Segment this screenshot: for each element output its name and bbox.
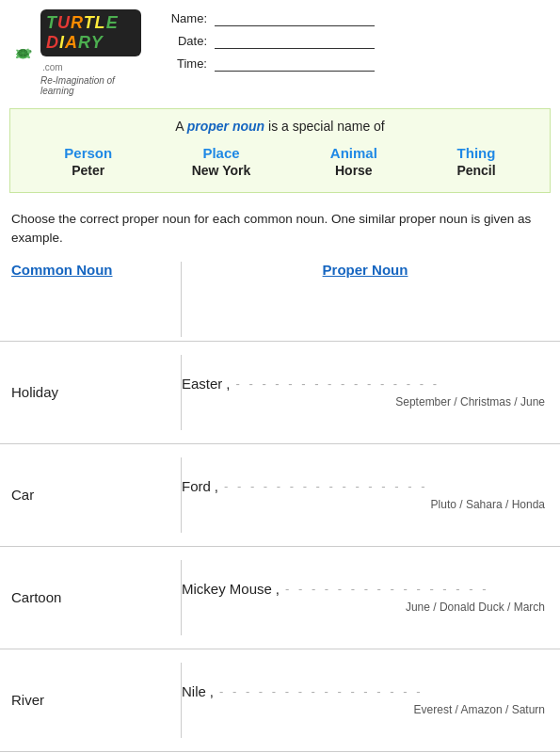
comma: , bbox=[215, 478, 218, 494]
common-noun-cell: Car bbox=[11, 487, 181, 503]
name-input[interactable] bbox=[215, 9, 375, 26]
table-row: River Nile , - - - - - - - - - - - - - -… bbox=[0, 649, 560, 751]
name-label: Name: bbox=[160, 11, 207, 25]
date-label: Date: bbox=[160, 34, 207, 48]
options-text: September / Christmas / June bbox=[182, 395, 549, 409]
cat-example-thing: Pencil bbox=[456, 163, 495, 178]
logo-area: TURTLE DIARY .com Re-Imagination of lear… bbox=[9, 9, 141, 96]
noun-table-header: Common Noun Proper Noun bbox=[0, 254, 560, 341]
date-input[interactable] bbox=[215, 32, 375, 49]
col-common-header: Common Noun bbox=[11, 262, 181, 337]
example-word: Easter bbox=[182, 376, 222, 392]
proper-top: Nile , - - - - - - - - - - - - - - - - bbox=[182, 683, 549, 699]
proper-noun-highlight: proper noun bbox=[187, 119, 264, 134]
proper-top: Mickey Mouse , - - - - - - - - - - - - -… bbox=[182, 581, 549, 597]
comma: , bbox=[210, 683, 214, 699]
categories: Person Peter Place New York Animal Horse… bbox=[24, 145, 536, 178]
cat-title-person: Person bbox=[64, 145, 112, 161]
table-row: Cartoon Mickey Mouse , - - - - - - - - -… bbox=[0, 546, 560, 649]
header: TURTLE DIARY .com Re-Imagination of lear… bbox=[0, 0, 560, 101]
date-row: Date: bbox=[160, 32, 546, 49]
dash-line: - - - - - - - - - - - - - - - - bbox=[224, 479, 427, 493]
svg-point-7 bbox=[30, 51, 31, 52]
proper-noun-cell: Ford , - - - - - - - - - - - - - - - - P… bbox=[182, 478, 549, 511]
table-row: Holiday Easter , - - - - - - - - - - - -… bbox=[0, 341, 560, 443]
category-animal: Animal Horse bbox=[330, 145, 377, 178]
cat-title-place: Place bbox=[192, 145, 251, 161]
example-word: Mickey Mouse bbox=[182, 581, 272, 597]
proper-noun-cell: Nile , - - - - - - - - - - - - - - - - E… bbox=[182, 683, 549, 716]
category-place: Place New York bbox=[192, 145, 251, 178]
common-noun-cell: Holiday bbox=[11, 384, 181, 400]
intro-text: A proper noun is a special name of bbox=[24, 119, 536, 134]
instructions: Choose the correct proper noun for each … bbox=[0, 200, 560, 254]
comma: , bbox=[276, 581, 280, 597]
time-input[interactable] bbox=[215, 55, 375, 72]
logo-tagline: Re-Imagination of learning bbox=[40, 75, 141, 96]
proper-noun-cell: Easter , - - - - - - - - - - - - - - - -… bbox=[182, 376, 549, 409]
options-text: Pluto / Sahara / Honda bbox=[182, 498, 549, 511]
intro-before: A bbox=[175, 119, 186, 134]
info-box: A proper noun is a special name of Perso… bbox=[9, 108, 551, 193]
example-word: Nile bbox=[182, 683, 206, 699]
cat-example-person: Peter bbox=[64, 163, 112, 178]
proper-top: Easter , - - - - - - - - - - - - - - - - bbox=[182, 376, 549, 392]
comma: , bbox=[226, 376, 230, 392]
options-text: Everest / Amazon / Saturn bbox=[182, 703, 549, 716]
dash-line: - - - - - - - - - - - - - - - - bbox=[285, 582, 488, 596]
logo-com: .com bbox=[42, 62, 63, 72]
common-noun-cell: River bbox=[11, 692, 181, 708]
cat-title-animal: Animal bbox=[330, 145, 377, 161]
category-thing: Thing Pencil bbox=[456, 145, 495, 178]
name-row: Name: bbox=[160, 9, 546, 26]
rows-container: Holiday Easter , - - - - - - - - - - - -… bbox=[0, 341, 560, 754]
time-label: Time: bbox=[160, 56, 207, 71]
cat-example-place: New York bbox=[192, 163, 251, 178]
common-noun-cell: Cartoon bbox=[11, 589, 181, 605]
proper-noun-cell: Mickey Mouse , - - - - - - - - - - - - -… bbox=[182, 581, 549, 614]
proper-top: Ford , - - - - - - - - - - - - - - - - bbox=[182, 478, 549, 494]
intro-after: is a special name of bbox=[264, 119, 385, 134]
logo-text-box: TURTLE DIARY .com Re-Imagination of lear… bbox=[40, 9, 141, 96]
options-text: June / Donald Duck / March bbox=[182, 601, 549, 614]
name-fields: Name: Date: Time: bbox=[141, 9, 546, 77]
time-row: Time: bbox=[160, 55, 546, 72]
cat-example-animal: Horse bbox=[330, 163, 377, 178]
category-person: Person Peter bbox=[64, 145, 112, 178]
turtle-icon bbox=[9, 35, 37, 71]
dash-line: - - - - - - - - - - - - - - - - bbox=[236, 376, 440, 391]
example-word: Ford bbox=[182, 478, 211, 494]
col-proper-header: Proper Noun bbox=[182, 262, 549, 337]
table-row: Car Ford , - - - - - - - - - - - - - - -… bbox=[0, 443, 560, 546]
cat-title-thing: Thing bbox=[456, 145, 495, 161]
dash-line: - - - - - - - - - - - - - - - - bbox=[219, 684, 423, 698]
